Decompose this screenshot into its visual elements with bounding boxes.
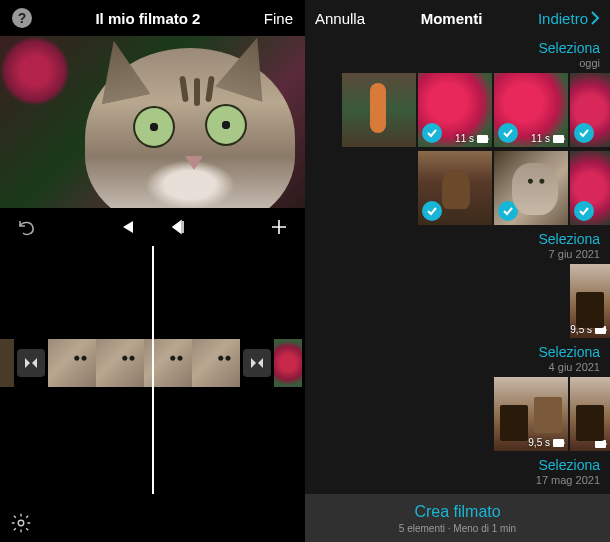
media-thumbnail[interactable] <box>494 151 568 225</box>
svg-point-0 <box>18 520 24 526</box>
media-thumbnail[interactable]: 9,5 s <box>494 377 568 451</box>
video-icon <box>553 135 564 143</box>
picker-header: Indietro Momenti Annulla <box>305 0 610 36</box>
section-date: 4 giu 2021 <box>305 361 600 373</box>
gear-icon[interactable] <box>10 512 32 534</box>
undo-icon[interactable] <box>16 218 36 236</box>
video-icon <box>595 326 606 334</box>
play-icon[interactable] <box>120 219 136 235</box>
section-date: 17 mag 2021 <box>305 474 600 486</box>
media-thumbnail[interactable]: 11 s <box>418 73 492 147</box>
transition-button[interactable] <box>243 349 271 377</box>
editor-header: Fine Il mio filmato 2 ? <box>0 0 305 36</box>
chevron-right-icon <box>590 10 600 26</box>
moments-list: Selezionaoggi11 s11 sSeleziona7 giu 2021… <box>305 36 610 488</box>
picker-title: Momenti <box>421 10 483 27</box>
checkmark-icon <box>574 201 594 221</box>
done-button[interactable]: Fine <box>264 10 293 27</box>
project-title: Il mio filmato 2 <box>95 10 200 27</box>
video-duration: 9,5 s <box>528 437 564 448</box>
create-movie-subtitle: 5 elementi · Meno di 1 min <box>399 523 516 534</box>
checkmark-icon <box>498 201 518 221</box>
select-button[interactable]: Seleziona <box>305 40 600 56</box>
editor-pane: Fine Il mio filmato 2 ? <box>0 0 305 542</box>
checkmark-icon <box>422 201 442 221</box>
playhead[interactable] <box>152 246 154 494</box>
video-duration: 11 s <box>531 133 564 144</box>
media-thumbnail[interactable]: 9,5 s <box>570 264 610 338</box>
timeline-clip[interactable] <box>0 339 14 387</box>
video-duration: 11 s <box>455 133 488 144</box>
select-button[interactable]: Seleziona <box>305 344 600 360</box>
add-icon[interactable] <box>269 217 289 237</box>
video-duration <box>592 440 606 448</box>
playback-controls <box>0 208 305 246</box>
thumbnail-grid: 9,5 s <box>305 375 610 453</box>
video-preview[interactable] <box>0 36 305 208</box>
select-button[interactable]: Seleziona <box>305 457 600 473</box>
create-movie-button[interactable]: Crea filmato 5 elementi · Meno di 1 min <box>305 494 610 542</box>
thumbnail-grid <box>305 149 610 227</box>
media-picker-pane: Indietro Momenti Annulla Selezionaoggi11… <box>305 0 610 542</box>
checkmark-icon <box>574 123 594 143</box>
thumbnail-grid: 11 s11 s <box>305 71 610 149</box>
timeline-clip[interactable] <box>192 339 240 387</box>
video-icon <box>477 135 488 143</box>
thumbnail-grid: 9,5 s <box>305 262 610 340</box>
skip-start-icon[interactable] <box>170 219 186 235</box>
cancel-button[interactable]: Annulla <box>315 10 365 27</box>
back-button[interactable]: Indietro <box>538 10 600 27</box>
video-icon <box>553 439 564 447</box>
transition-button[interactable] <box>17 349 45 377</box>
checkmark-icon <box>422 123 442 143</box>
timeline-clip[interactable] <box>48 339 96 387</box>
timeline-clip[interactable] <box>274 339 302 387</box>
select-button[interactable]: Seleziona <box>305 231 600 247</box>
video-icon <box>595 440 606 448</box>
section-header: Seleziona7 giu 2021 <box>305 227 610 262</box>
section-date: oggi <box>305 57 600 69</box>
help-button[interactable]: ? <box>12 8 32 28</box>
media-thumbnail[interactable]: 11 s <box>494 73 568 147</box>
section-header: Selezionaoggi <box>305 36 610 71</box>
media-thumbnail[interactable] <box>342 73 416 147</box>
section-date: 7 giu 2021 <box>305 248 600 260</box>
section-header: Seleziona4 giu 2021 <box>305 340 610 375</box>
video-duration: 9,5 s <box>570 324 606 335</box>
timeline-clip[interactable] <box>96 339 144 387</box>
media-thumbnail[interactable] <box>570 377 610 451</box>
checkmark-icon <box>498 123 518 143</box>
media-thumbnail[interactable] <box>418 151 492 225</box>
timeline[interactable] <box>0 246 305 542</box>
section-header: Seleziona17 mag 2021 <box>305 453 610 488</box>
create-movie-label: Crea filmato <box>414 503 500 521</box>
media-thumbnail[interactable] <box>570 151 610 225</box>
media-thumbnail[interactable] <box>570 73 610 147</box>
